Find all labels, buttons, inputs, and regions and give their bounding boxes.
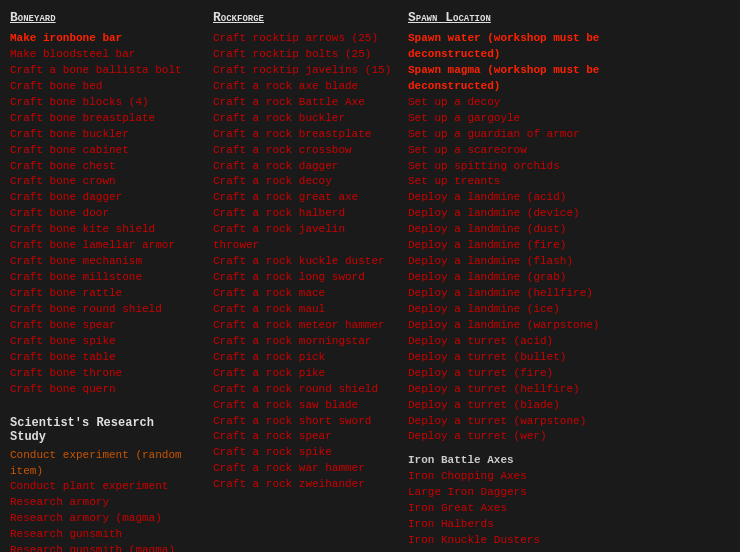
boneyard-bottom-list: Conduct experiment (random item)Conduct … (10, 448, 197, 552)
list-item[interactable]: Craft a rock Battle Axe (213, 95, 392, 111)
list-item[interactable]: Set up a guardian of armor (408, 127, 612, 143)
list-item[interactable]: Craft bone buckler (10, 127, 197, 143)
list-item[interactable]: Research armory (10, 495, 197, 511)
spawn-bottom-list: Iron Battle AxesIron Chopping AxesLarge … (408, 453, 612, 552)
list-item[interactable]: Deploy a turret (acid) (408, 334, 612, 350)
list-item[interactable]: Iron Great Axes (408, 501, 612, 517)
list-item[interactable]: Craft a rock breastplate (213, 127, 392, 143)
boneyard-title: Boneyard (10, 10, 197, 25)
spawn-title: Spawn Location (408, 10, 612, 25)
list-item[interactable]: Craft a rock short sword (213, 414, 392, 430)
list-item[interactable]: Craft bone spike (10, 334, 197, 350)
list-item[interactable]: Craft a rock maul (213, 302, 392, 318)
list-item[interactable]: Craft bone rattle (10, 286, 197, 302)
list-item[interactable]: Craft bone cabinet (10, 143, 197, 159)
list-item[interactable]: Large Iron Daggers (408, 485, 612, 501)
list-item[interactable]: Craft bone table (10, 350, 197, 366)
list-item[interactable]: Craft a rock round shield (213, 382, 392, 398)
list-item[interactable]: Craft bone kite shield (10, 222, 197, 238)
list-item[interactable]: Set up a decoy (408, 95, 612, 111)
list-item[interactable]: Craft bone blocks (4) (10, 95, 197, 111)
list-item[interactable]: Deploy a landmine (grab) (408, 270, 612, 286)
list-item[interactable]: Craft a rock axe blade (213, 79, 392, 95)
list-item[interactable]: Craft a rock morningstar (213, 334, 392, 350)
list-item[interactable]: Craft bone dagger (10, 190, 197, 206)
list-item[interactable]: Deploy a turret (blade) (408, 398, 612, 414)
list-item[interactable]: Deploy a landmine (warpstone) (408, 318, 612, 334)
list-item[interactable]: Craft a rock halberd (213, 206, 392, 222)
list-item[interactable]: Iron Knuckle Dusters (408, 533, 612, 549)
list-item[interactable]: Iron Chopping Axes (408, 469, 612, 485)
list-item[interactable]: Craft bone lamellar armor (10, 238, 197, 254)
list-item[interactable]: Craft bone crown (10, 174, 197, 190)
list-item[interactable]: Craft a rock buckler (213, 111, 392, 127)
list-item[interactable]: Craft bone bed (10, 79, 197, 95)
list-item[interactable]: Spawn water (workshop must be deconstruc… (408, 31, 612, 63)
list-item[interactable]: Craft a rock spear (213, 429, 392, 445)
rockforge-title: Rockforge (213, 10, 392, 25)
list-item[interactable]: Deploy a landmine (flash) (408, 254, 612, 270)
list-item[interactable]: Craft a rock long sword (213, 270, 392, 286)
list-item[interactable]: Craft rocktip arrows (25) (213, 31, 392, 47)
list-item[interactable]: Deploy a turret (bullet) (408, 350, 612, 366)
list-item[interactable]: Craft a rock war hammer (213, 461, 392, 477)
list-item[interactable]: Research gunsmith (10, 527, 197, 543)
rockforge-column: Rockforge Craft rocktip arrows (25)Craft… (205, 10, 400, 493)
list-item[interactable]: Deploy a landmine (fire) (408, 238, 612, 254)
list-item[interactable]: Research armory (magma) (10, 511, 197, 527)
list-item[interactable]: Iron Battle Axes (408, 453, 612, 469)
list-item[interactable]: Deploy a turret (wer) (408, 429, 612, 445)
list-item[interactable]: Craft a rock pick (213, 350, 392, 366)
list-item[interactable]: Craft a rock saw blade (213, 398, 392, 414)
boneyard-top-list: Make ironbone barMake bloodsteel barCraf… (10, 31, 197, 398)
list-item[interactable]: Make bloodsteel bar (10, 47, 197, 63)
list-item[interactable]: Deploy a turret (warpstone) (408, 414, 612, 430)
list-item[interactable]: Craft rocktip javelins (15) (213, 63, 392, 79)
list-item[interactable]: Craft bone breastplate (10, 111, 197, 127)
list-item[interactable]: Craft a bone ballista bolt (10, 63, 197, 79)
list-item[interactable]: Set up spitting orchids (408, 159, 612, 175)
list-item[interactable]: Craft bone mechanism (10, 254, 197, 270)
list-item[interactable]: Craft a rock zweihander (213, 477, 392, 493)
scientist-title: Scientist's Research Study (10, 416, 197, 444)
list-item[interactable]: Craft a rock javelin thrower (213, 222, 392, 254)
list-item[interactable]: Craft bone quern (10, 382, 197, 398)
list-item[interactable]: Craft a rock crossbow (213, 143, 392, 159)
list-item[interactable]: Craft bone spear (10, 318, 197, 334)
list-item[interactable]: Craft a rock meteor hammer (213, 318, 392, 334)
list-item[interactable]: Deploy a landmine (acid) (408, 190, 612, 206)
boneyard-column: Boneyard Make ironbone barMake bloodstee… (10, 10, 205, 552)
spawn-column: Spawn Location Spawn water (workshop mus… (400, 10, 620, 552)
list-item[interactable]: Craft a rock great axe (213, 190, 392, 206)
list-item[interactable]: Deploy a landmine (dust) (408, 222, 612, 238)
list-item[interactable]: Deploy a turret (fire) (408, 366, 612, 382)
list-item[interactable]: Conduct experiment (random item) (10, 448, 197, 480)
spawn-top-list: Spawn water (workshop must be deconstruc… (408, 31, 612, 445)
list-item[interactable]: Set up a scarecrow (408, 143, 612, 159)
list-item[interactable]: Craft a rock pike (213, 366, 392, 382)
list-item[interactable]: Set up treants (408, 174, 612, 190)
list-item[interactable]: Deploy a landmine (ice) (408, 302, 612, 318)
list-item[interactable]: Spawn magma (workshop must be deconstruc… (408, 63, 612, 95)
list-item[interactable]: Craft bone millstone (10, 270, 197, 286)
list-item[interactable]: Craft bone throne (10, 366, 197, 382)
list-item[interactable]: Craft a rock decoy (213, 174, 392, 190)
list-item[interactable]: Conduct plant experiment (10, 479, 197, 495)
list-item[interactable]: Craft a rock mace (213, 286, 392, 302)
list-item[interactable]: Deploy a landmine (hellfire) (408, 286, 612, 302)
list-item[interactable]: Deploy a turret (hellfire) (408, 382, 612, 398)
list-item[interactable]: Craft a rock dagger (213, 159, 392, 175)
list-item[interactable]: Craft a rock kuckle duster (213, 254, 392, 270)
main-layout: Boneyard Make ironbone barMake bloodstee… (10, 10, 730, 552)
list-item[interactable]: Craft a rock spike (213, 445, 392, 461)
list-item[interactable]: Set up a gargoyle (408, 111, 612, 127)
list-item[interactable]: Iron Halberds (408, 517, 612, 533)
list-item[interactable]: Craft bone chest (10, 159, 197, 175)
list-item[interactable]: Research gunsmith (magma) (10, 543, 197, 552)
list-item[interactable]: Craft bone round shield (10, 302, 197, 318)
list-item[interactable]: Make ironbone bar (10, 31, 197, 47)
rockforge-list: Craft rocktip arrows (25)Craft rocktip b… (213, 31, 392, 493)
list-item[interactable]: Deploy a landmine (device) (408, 206, 612, 222)
list-item[interactable]: Craft rocktip bolts (25) (213, 47, 392, 63)
list-item[interactable]: Craft bone door (10, 206, 197, 222)
